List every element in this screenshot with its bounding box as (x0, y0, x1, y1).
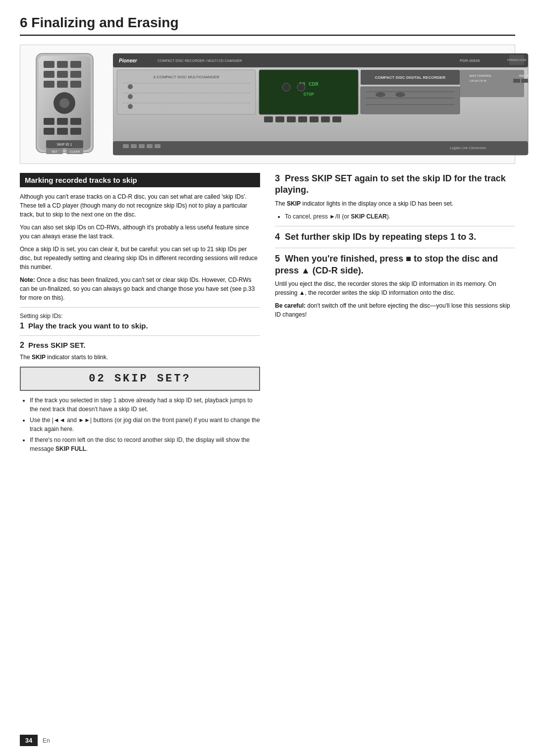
intro-para-2: You can also set skip IDs on CD-RWs, alt… (20, 223, 260, 241)
svg-rect-4 (70, 61, 81, 68)
svg-text:CLEAR: CLEAR (70, 150, 80, 153)
svg-rect-59 (521, 79, 528, 83)
svg-rect-70 (147, 144, 153, 148)
svg-rect-71 (155, 144, 160, 148)
step-2-number: 2 (20, 341, 24, 350)
page-container: 6 Finalizing and Erasing (0, 0, 535, 756)
page-title: 6 Finalizing and Erasing (20, 15, 515, 36)
svg-rect-67 (123, 144, 129, 148)
svg-text:COMPACT DISC DIGITAL RECORDER: COMPACT DISC DIGITAL RECORDER (375, 75, 446, 80)
svg-text:Pioneer: Pioneer (119, 58, 138, 63)
svg-rect-17 (57, 128, 68, 135)
step-2-bullets: If the track you selected in step 1 abov… (20, 396, 260, 453)
step-4-heading: 4 Set further skip IDs by repeating step… (275, 231, 515, 243)
remote-control-image: SKIP ID 1 SET CLEAR (26, 51, 103, 158)
intro-para-1: Although you can't erase tracks on a CD-… (20, 192, 260, 219)
setting-skip-ids-label: Setting skip IDs: (20, 313, 260, 320)
svg-point-37 (128, 84, 133, 89)
svg-rect-15 (70, 118, 81, 125)
svg-rect-5 (44, 71, 54, 78)
svg-rect-47 (310, 116, 319, 122)
divider-2 (20, 335, 260, 336)
svg-point-51 (297, 83, 305, 91)
svg-text:LIN-M  CR-M: LIN-M CR-M (470, 79, 486, 82)
svg-rect-18 (70, 128, 81, 135)
step-2-bullet-2: Use the |◄◄ and ►►| buttons (or jog dial… (30, 416, 260, 433)
svg-rect-14 (57, 118, 68, 125)
step-5-title: When you're finished, press ■ to stop th… (275, 254, 498, 275)
skip-indicator-label: SKIP (32, 354, 46, 361)
step-1-number: 1 (20, 322, 24, 330)
svg-rect-45 (287, 116, 296, 122)
step-3-skip-label: SKIP (287, 200, 301, 207)
step-3-title: Press SKIP SET again to set the skip ID … (275, 173, 506, 195)
svg-rect-69 (139, 144, 145, 148)
divider-4 (275, 248, 515, 248)
note-paragraph: Note: Once a disc has been finalized, yo… (20, 275, 260, 302)
step-2-bullet-3: If there's no room left on the disc to r… (30, 435, 260, 453)
svg-rect-3 (57, 61, 68, 68)
step-2-title: Press SKIP SET. (28, 341, 86, 349)
svg-rect-7 (70, 71, 81, 78)
svg-rect-46 (298, 116, 307, 122)
step-1-heading: 1 Play the track you want to to skip. (20, 322, 260, 330)
svg-text:OPEN/CLOSE: OPEN/CLOSE (507, 58, 526, 61)
step-4-title: Set further skip IDs by repeating steps … (285, 232, 476, 242)
svg-rect-49 (332, 116, 341, 122)
svg-text:REC VOL: REC VOL (519, 74, 529, 77)
svg-rect-48 (321, 116, 330, 122)
skip-clear-label: SKIP CLEAR (351, 213, 386, 220)
page-footer: 34 En (20, 735, 515, 746)
page-number: 34 (20, 735, 38, 746)
svg-rect-44 (275, 116, 284, 122)
svg-point-50 (282, 83, 290, 91)
step-3-desc: The SKIP indicator lights in the display… (275, 199, 515, 208)
svg-text:COMPACT DISC RECORDER / MULTI : COMPACT DISC RECORDER / MULTI CD CHANGER (158, 59, 242, 62)
right-column: 3 Press SKIP SET again to set the skip I… (275, 173, 515, 323)
svg-rect-8 (44, 81, 54, 88)
section-heading: Marking recorded tracks to skip (20, 173, 260, 187)
device-images: SKIP ID 1 SET CLEAR (20, 45, 515, 164)
svg-text:Legato Link Conversion: Legato Link Conversion (450, 146, 486, 150)
step-5-careful: Be careful: don't switch off the unit be… (275, 301, 515, 319)
step-3-bullets: To cancel, press ►/II (or SKIP CLEAR). (275, 212, 515, 221)
svg-point-64 (375, 92, 385, 97)
display-box: 02 SKIP SET? (20, 367, 260, 391)
svg-text:3-COMPACT DISC MULTICHANGER: 3-COMPACT DISC MULTICHANGER (153, 75, 219, 79)
skip-full-label: SKIP FULL (55, 445, 86, 452)
step-1-title: Play the track you want to to skip. (28, 322, 148, 330)
svg-point-38 (128, 94, 133, 99)
careful-text: don't switch off the unit before ejectin… (275, 302, 510, 318)
svg-rect-60 (361, 87, 460, 114)
two-col-layout: Marking recorded tracks to skip Although… (20, 173, 515, 457)
svg-rect-10 (70, 81, 81, 88)
svg-rect-68 (131, 144, 137, 148)
svg-point-12 (59, 98, 69, 108)
step-3-heading: 3 Press SKIP SET again to set the skip I… (275, 173, 515, 196)
step-3-number: 3 (275, 173, 280, 183)
step-4-number: 4 (275, 232, 280, 242)
svg-rect-6 (57, 71, 68, 78)
svg-text:SET: SET (52, 150, 57, 153)
svg-text:STOP: STOP (303, 92, 314, 97)
step-5-heading: 5 When you're finished, press ■ to stop … (275, 253, 515, 276)
left-column: Marking recorded tracks to skip Although… (20, 173, 260, 457)
step-3-bullet-1: To cancel, press ►/II (or SKIP CLEAR). (285, 212, 515, 221)
cd-deck-image: Pioneer COMPACT DISC RECORDER / MULTI CD… (113, 51, 529, 158)
svg-rect-16 (44, 128, 54, 135)
svg-rect-2 (44, 61, 54, 68)
step-2-heading: 2 Press SKIP SET. (20, 341, 260, 350)
divider-3 (275, 226, 515, 226)
step-2-bullet-1: If the track you selected in step 1 abov… (30, 396, 260, 414)
svg-text:EDIT CONTROL: EDIT CONTROL (470, 74, 492, 77)
page-lang: En (43, 737, 50, 744)
note-text: Once a disc has been finalized, you can'… (20, 276, 255, 301)
svg-point-65 (395, 92, 405, 97)
divider-1 (20, 307, 260, 308)
svg-text:PDR-W839: PDR-W839 (460, 58, 480, 63)
svg-rect-13 (44, 118, 54, 125)
careful-label: Be careful: (275, 302, 306, 309)
svg-rect-9 (57, 81, 68, 88)
svg-rect-43 (264, 116, 273, 122)
step-5-number: 5 (275, 254, 280, 264)
